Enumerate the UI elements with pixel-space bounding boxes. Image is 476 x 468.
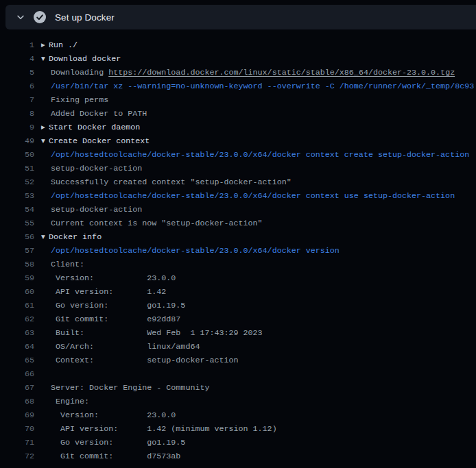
indent-spacer <box>34 107 51 121</box>
log-text: OS/Arch: linux/amd64 <box>51 340 200 354</box>
log-text: Fixing perms <box>51 93 108 107</box>
line-number[interactable]: 1 <box>0 38 34 52</box>
log-text: Downloading <box>51 68 108 77</box>
command-text: /opt/hostedtoolcache/docker-stable/23.0.… <box>51 244 340 258</box>
group-title: Run ./ <box>49 38 78 52</box>
indent-spacer <box>34 66 51 79</box>
chevron-down-icon[interactable] <box>16 12 25 22</box>
download-url-link[interactable]: https://download.docker.com/linux/static… <box>108 68 455 77</box>
line-number[interactable]: 71 <box>0 436 34 449</box>
line-number[interactable]: 49 <box>0 134 34 148</box>
line-number[interactable]: 53 <box>0 189 34 203</box>
log-line-row: 8Added Docker to PATH <box>0 107 476 121</box>
indent-spacer <box>34 79 51 93</box>
command-text: /usr/bin/tar xz --warning=no-unknown-key… <box>51 79 474 93</box>
log-text: Built: Wed Feb 1 17:43:29 2023 <box>51 326 263 340</box>
log-line-row: 60 API version: 1.42 <box>0 285 476 299</box>
triangle-collapsed-icon: ▶ <box>41 38 49 52</box>
log-line-row: 61 Go version: go1.19.5 <box>0 299 476 312</box>
log-text: Client: <box>51 258 84 271</box>
log-line-row: 53/opt/hostedtoolcache/docker-stable/23.… <box>0 189 476 203</box>
log-line-row: 6/usr/bin/tar xz --warning=no-unknown-ke… <box>0 79 476 93</box>
line-number[interactable]: 5 <box>0 66 34 79</box>
log-line-row: 65 Context: setup-docker-action <box>0 354 476 367</box>
command-text: /opt/hostedtoolcache/docker-stable/23.0.… <box>51 189 455 203</box>
line-number[interactable]: 58 <box>0 258 34 271</box>
log-line-row: 7Fixing perms <box>0 93 476 107</box>
line-number[interactable]: 59 <box>0 271 34 285</box>
indent-spacer <box>34 367 51 381</box>
line-number[interactable]: 65 <box>0 354 34 367</box>
indent-spacer <box>34 312 51 326</box>
line-number[interactable]: 54 <box>0 203 34 217</box>
indent-spacer <box>34 175 51 189</box>
line-number[interactable]: 61 <box>0 299 34 312</box>
step-header[interactable]: Set up Docker <box>5 5 476 29</box>
triangle-expanded-icon: ▼ <box>41 52 49 66</box>
log-line-row: 64 OS/Arch: linux/amd64 <box>0 340 476 354</box>
indent-spacer <box>34 381 51 395</box>
line-number[interactable]: 72 <box>0 449 34 463</box>
group-title: Start Docker daemon <box>49 121 140 134</box>
log-text: Downloading https://download.docker.com/… <box>51 66 455 79</box>
line-number[interactable]: 9 <box>0 121 34 134</box>
group-title: Create Docker context <box>49 134 150 148</box>
command-text: /opt/hostedtoolcache/docker-stable/23.0.… <box>51 148 469 162</box>
step-title: Set up Docker <box>55 12 115 23</box>
log-group-row[interactable]: 9▶Start Docker daemon <box>0 121 476 134</box>
triangle-collapsed-icon: ▶ <box>41 121 49 134</box>
log-line-row: 63 Built: Wed Feb 1 17:43:29 2023 <box>0 326 476 340</box>
line-number[interactable]: 62 <box>0 312 34 326</box>
line-number[interactable]: 57 <box>0 244 34 258</box>
line-number[interactable]: 64 <box>0 340 34 354</box>
line-number[interactable]: 52 <box>0 175 34 189</box>
log-group-row[interactable]: 1▶Run ./ <box>0 38 476 52</box>
log-text: Version: 23.0.0 <box>51 408 176 422</box>
line-number[interactable]: 68 <box>0 395 34 408</box>
indent-spacer <box>34 148 51 162</box>
log-line-row: 54setup-docker-action <box>0 203 476 217</box>
log-line-row: 52Successfully created context "setup-do… <box>0 175 476 189</box>
log-text: Added Docker to PATH <box>51 107 147 121</box>
log-lines: 1▶Run ./4▼Download docker5Downloading ht… <box>0 38 476 463</box>
indent-spacer <box>34 299 51 312</box>
log-line-row: 55Current context is now "setup-docker-a… <box>0 217 476 230</box>
line-number[interactable]: 67 <box>0 381 34 395</box>
indent-spacer <box>34 271 51 285</box>
log-line-row: 62 Git commit: e92dd87 <box>0 312 476 326</box>
line-number[interactable]: 8 <box>0 107 34 121</box>
line-number[interactable]: 70 <box>0 422 34 436</box>
log-group-row[interactable]: 49▼Create Docker context <box>0 134 476 148</box>
triangle-expanded-icon: ▼ <box>41 230 49 244</box>
indent-spacer <box>34 244 51 258</box>
log-group-row[interactable]: 56▼Docker info <box>0 230 476 244</box>
indent-spacer <box>34 436 51 449</box>
log-line-row: 69 Version: 23.0.0 <box>0 408 476 422</box>
indent-spacer <box>34 408 51 422</box>
log-text: API version: 1.42 <box>51 285 166 299</box>
log-group-row[interactable]: 4▼Download docker <box>0 52 476 66</box>
log-text: Context: setup-docker-action <box>51 354 239 367</box>
triangle-expanded-icon: ▼ <box>41 134 49 148</box>
log-text: Git commit: d7573ab <box>51 449 180 463</box>
line-number[interactable]: 4 <box>0 52 34 66</box>
line-number[interactable]: 63 <box>0 326 34 340</box>
log-line-row: 50/opt/hostedtoolcache/docker-stable/23.… <box>0 148 476 162</box>
log-text: Current context is now "setup-docker-act… <box>51 217 263 230</box>
line-number[interactable]: 50 <box>0 148 34 162</box>
indent-spacer <box>34 285 51 299</box>
line-number[interactable]: 7 <box>0 93 34 107</box>
indent-spacer <box>34 422 51 436</box>
log-line-row: 5Downloading https://download.docker.com… <box>0 66 476 79</box>
log-text: Version: 23.0.0 <box>51 271 176 285</box>
line-number[interactable]: 60 <box>0 285 34 299</box>
line-number[interactable]: 66 <box>0 367 34 381</box>
line-number[interactable]: 56 <box>0 230 34 244</box>
line-number[interactable]: 6 <box>0 79 34 93</box>
line-number[interactable]: 69 <box>0 408 34 422</box>
log-line-row: 68 Engine: <box>0 395 476 408</box>
line-number[interactable]: 51 <box>0 162 34 175</box>
indent-spacer <box>34 395 51 408</box>
line-number[interactable]: 55 <box>0 217 34 230</box>
log-line-row: 72 Git commit: d7573ab <box>0 449 476 463</box>
